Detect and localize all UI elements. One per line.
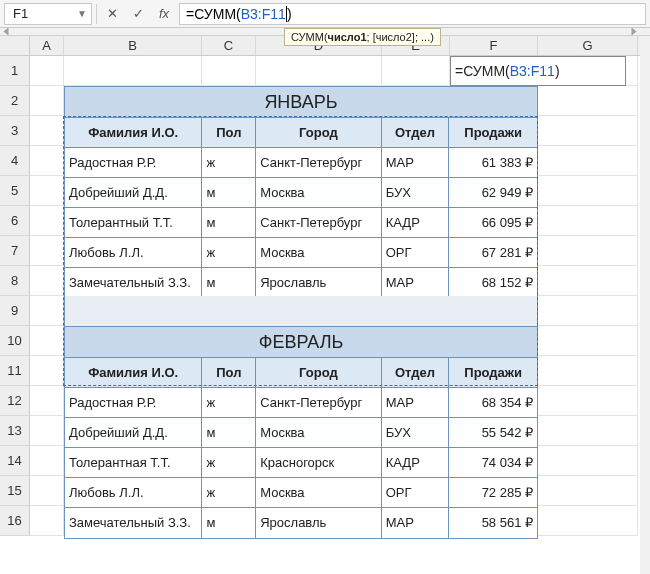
cell[interactable] <box>538 386 638 416</box>
cell-name[interactable]: Радостная Р.Р. <box>65 148 202 178</box>
vertical-scrollbar[interactable] <box>640 36 650 574</box>
cell-name[interactable]: Замечательный З.З. <box>65 508 202 538</box>
cell[interactable] <box>538 236 638 266</box>
cell[interactable] <box>30 176 64 206</box>
row-header[interactable]: 16 <box>0 506 30 536</box>
select-all-corner[interactable] <box>0 36 30 55</box>
cell[interactable] <box>538 446 638 476</box>
formula-input[interactable]: =СУММ(B3:F11) <box>179 3 646 25</box>
row-header[interactable]: 6 <box>0 206 30 236</box>
cell[interactable] <box>64 56 202 86</box>
row-header[interactable]: 12 <box>0 386 30 416</box>
col-header-f[interactable]: F <box>450 36 538 55</box>
row-header[interactable]: 9 <box>0 296 30 326</box>
cell[interactable] <box>30 86 64 116</box>
row-header[interactable]: 5 <box>0 176 30 206</box>
cell-sales[interactable]: 61 383 ₽ <box>449 148 537 178</box>
cell-sales[interactable]: 72 285 ₽ <box>449 478 537 508</box>
cell[interactable] <box>538 176 638 206</box>
accept-formula-button[interactable]: ✓ <box>127 3 149 25</box>
cell-dept[interactable]: КАДР <box>382 208 450 238</box>
row-header[interactable]: 2 <box>0 86 30 116</box>
cell-name[interactable]: Добрейший Д.Д. <box>65 178 202 208</box>
cell-sex[interactable]: м <box>202 508 256 538</box>
cell-city[interactable]: Москва <box>256 178 381 208</box>
cell-sex[interactable]: ж <box>202 148 256 178</box>
cell-name[interactable]: Любовь Л.Л. <box>65 238 202 268</box>
cell-name[interactable]: Радостная Р.Р. <box>65 388 202 418</box>
cell[interactable] <box>382 56 450 86</box>
cell-name[interactable]: Толерантный Т.Т. <box>65 208 202 238</box>
chevron-down-icon[interactable]: ▼ <box>77 8 87 19</box>
row-header[interactable]: 3 <box>0 116 30 146</box>
row-header[interactable]: 14 <box>0 446 30 476</box>
cell-sales[interactable]: 55 542 ₽ <box>449 418 537 448</box>
cell[interactable] <box>538 116 638 146</box>
cell[interactable] <box>538 206 638 236</box>
cell-city[interactable]: Ярославль <box>256 268 381 298</box>
cell-city[interactable]: Санкт-Петербург <box>256 148 381 178</box>
cell[interactable] <box>30 296 64 326</box>
active-cell-editor[interactable]: =СУММ(B3:F11) <box>450 56 626 86</box>
cell-sex[interactable]: м <box>202 268 256 298</box>
col-header-a[interactable]: A <box>30 36 64 55</box>
cell-dept[interactable]: МАР <box>382 148 450 178</box>
cell-city[interactable]: Санкт-Петербург <box>256 388 381 418</box>
cell[interactable] <box>538 476 638 506</box>
cell-name[interactable]: Замечательный З.З. <box>65 268 202 298</box>
row-header[interactable]: 8 <box>0 266 30 296</box>
cell[interactable] <box>538 296 638 326</box>
cell-sex[interactable]: м <box>202 418 256 448</box>
row-header[interactable]: 13 <box>0 416 30 446</box>
cell[interactable] <box>538 416 638 446</box>
cell[interactable] <box>202 56 256 86</box>
cell[interactable] <box>538 86 638 116</box>
cell[interactable] <box>30 56 64 86</box>
col-header-b[interactable]: B <box>64 36 202 55</box>
cell-city[interactable]: Ярославль <box>256 508 381 538</box>
cell-city[interactable]: Москва <box>256 418 381 448</box>
cell[interactable] <box>30 416 64 446</box>
cell-dept[interactable]: КАДР <box>382 448 450 478</box>
cell-sex[interactable]: ж <box>202 478 256 508</box>
cell-sales[interactable]: 58 561 ₽ <box>449 508 537 538</box>
cell-name[interactable]: Толерантная Т.Т. <box>65 448 202 478</box>
cell[interactable] <box>30 116 64 146</box>
row-header[interactable]: 10 <box>0 326 30 356</box>
cell-dept[interactable]: БУХ <box>382 418 450 448</box>
cell-dept[interactable]: ОРГ <box>382 478 450 508</box>
cell[interactable] <box>538 506 638 536</box>
cell-sex[interactable]: м <box>202 178 256 208</box>
cell[interactable] <box>256 56 382 86</box>
cell[interactable] <box>30 326 64 356</box>
cell[interactable] <box>538 266 638 296</box>
cell[interactable] <box>30 356 64 386</box>
cell-sales[interactable]: 68 152 ₽ <box>449 268 537 298</box>
row-header[interactable]: 7 <box>0 236 30 266</box>
cell-city[interactable]: Красногорск <box>256 448 381 478</box>
cell-name[interactable]: Любовь Л.Л. <box>65 478 202 508</box>
cell-name[interactable]: Добрейший Д.Д. <box>65 418 202 448</box>
col-header-c[interactable]: C <box>202 36 256 55</box>
cell[interactable] <box>30 266 64 296</box>
cell[interactable] <box>30 236 64 266</box>
cell[interactable] <box>30 206 64 236</box>
fx-button[interactable]: fx <box>153 3 175 25</box>
cell-sex[interactable]: ж <box>202 448 256 478</box>
cell-sales[interactable]: 68 354 ₽ <box>449 388 537 418</box>
cell-city[interactable]: Москва <box>256 238 381 268</box>
cell[interactable] <box>30 386 64 416</box>
cell[interactable] <box>538 356 638 386</box>
cell[interactable] <box>538 146 638 176</box>
cell-sales[interactable]: 74 034 ₽ <box>449 448 537 478</box>
cell[interactable] <box>538 326 638 356</box>
cell-dept[interactable]: МАР <box>382 508 450 538</box>
cell[interactable] <box>30 506 64 536</box>
row-header[interactable]: 4 <box>0 146 30 176</box>
cell-dept[interactable]: ОРГ <box>382 238 450 268</box>
cell-dept[interactable]: БУХ <box>382 178 450 208</box>
cancel-formula-button[interactable]: ✕ <box>101 3 123 25</box>
row-header[interactable]: 11 <box>0 356 30 386</box>
cell-sex[interactable]: ж <box>202 388 256 418</box>
cell-dept[interactable]: МАР <box>382 388 450 418</box>
